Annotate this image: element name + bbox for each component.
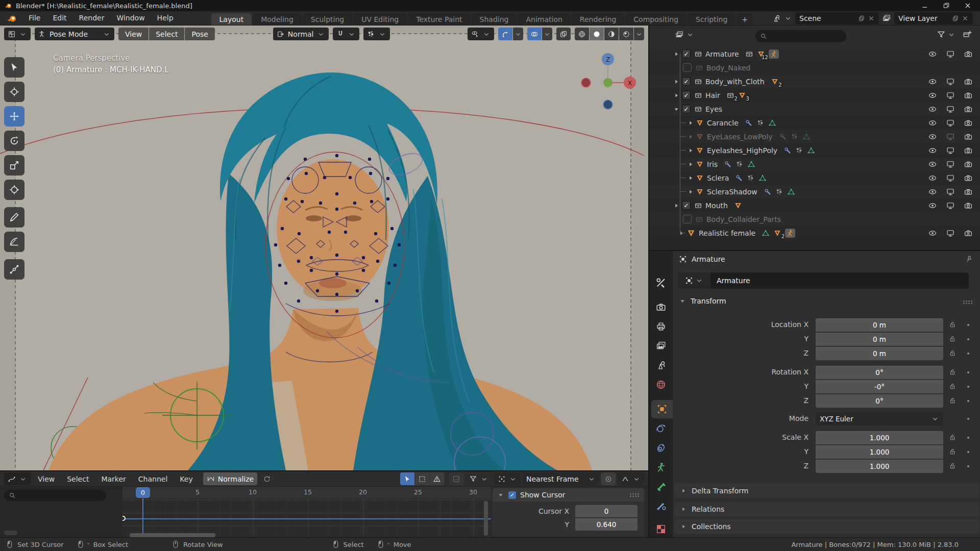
menu-edit[interactable]: Edit xyxy=(46,12,72,25)
expand-icon[interactable] xyxy=(687,147,694,154)
tab-bone[interactable] xyxy=(649,478,673,496)
disable-viewport-icon[interactable] xyxy=(946,105,955,114)
disable-viewport-icon[interactable] xyxy=(946,77,955,86)
outliner-item-label[interactable]: Iris xyxy=(707,160,718,168)
hide-viewport-eye-icon[interactable] xyxy=(928,132,937,141)
cursor-y-line[interactable] xyxy=(122,518,491,519)
proportional-editing-button[interactable] xyxy=(363,28,390,40)
cursor-y-field[interactable]: 0.640 xyxy=(575,518,638,531)
animate-dot-icon[interactable] xyxy=(965,434,972,441)
normalize-toggle[interactable]: Normalize xyxy=(203,472,258,485)
only-selected-toggle[interactable] xyxy=(400,472,414,485)
scale-y-field[interactable]: 1.000 xyxy=(816,445,943,459)
animate-dot-icon[interactable] xyxy=(965,397,972,405)
overlays-dropdown[interactable] xyxy=(542,28,552,40)
object-visibility-button[interactable] xyxy=(468,28,494,40)
scale-x-field[interactable]: 1.000 xyxy=(816,431,943,444)
mode-selector[interactable]: Pose Mode xyxy=(35,28,114,40)
collection-checkbox[interactable]: ✓ xyxy=(682,201,691,210)
new-scene-icon[interactable] xyxy=(858,15,865,22)
tool-cursor[interactable] xyxy=(4,82,24,102)
outliner-item-label[interactable]: Carancle xyxy=(707,119,739,127)
modifier-wrench-icon[interactable] xyxy=(735,174,743,182)
disable-render-icon[interactable] xyxy=(964,77,973,86)
animate-dot-icon[interactable] xyxy=(965,463,972,470)
disable-render-icon[interactable] xyxy=(964,146,973,155)
mesh-data-icon[interactable] xyxy=(768,119,776,127)
vertex-group-icon[interactable] xyxy=(791,133,799,141)
graph-area[interactable]: 5 10 15 20 25 30 0 xyxy=(122,487,491,538)
rotation-mode-dropdown[interactable]: XYZ Euler xyxy=(816,412,943,425)
shading-material-button[interactable] xyxy=(604,28,619,40)
outliner-item-label[interactable]: Hair xyxy=(705,91,720,99)
tab-layout[interactable]: Layout xyxy=(211,13,252,25)
scene-icon[interactable] xyxy=(772,14,781,23)
delta-transform-panel[interactable]: Delta Transform xyxy=(675,484,979,498)
outliner-row-eyes[interactable]: ✓ Eyes xyxy=(649,102,980,116)
hide-viewport-eye-icon[interactable] xyxy=(928,49,937,59)
lock-icon[interactable] xyxy=(948,320,957,329)
hide-viewport-eye-icon[interactable] xyxy=(928,187,937,196)
show-hidden-toggle[interactable] xyxy=(415,472,429,485)
expand-icon[interactable] xyxy=(673,78,680,85)
tab-world[interactable] xyxy=(649,375,673,394)
location-x-field[interactable]: 0 m xyxy=(816,318,943,332)
disable-render-icon[interactable] xyxy=(964,229,973,238)
relations-panel[interactable]: Relations xyxy=(675,502,979,516)
display-mode-button[interactable] xyxy=(675,30,694,39)
tab-scene[interactable] xyxy=(649,356,673,374)
mesh-icon[interactable] xyxy=(771,78,779,86)
collections-panel[interactable]: Collections xyxy=(675,519,979,534)
hide-viewport-eye-icon[interactable] xyxy=(928,105,937,114)
shading-solid-button[interactable] xyxy=(590,28,604,40)
tool-move[interactable] xyxy=(4,106,24,127)
outliner-item-label[interactable]: Sclera xyxy=(707,174,729,182)
disable-render-icon[interactable] xyxy=(964,160,973,169)
menu-help[interactable]: Help xyxy=(151,12,180,25)
vertex-group-icon[interactable] xyxy=(756,119,765,127)
lock-icon[interactable] xyxy=(948,462,957,470)
outliner-row-body-with-cloth[interactable]: ✓ Body_with_Cloth 2 xyxy=(649,74,980,88)
disable-viewport-icon[interactable] xyxy=(946,91,955,100)
key-falloff-button[interactable] xyxy=(618,472,644,485)
mesh-icon[interactable] xyxy=(738,91,746,99)
outliner-row-sclerashadow[interactable]: ScleraShadow xyxy=(649,185,980,198)
modifier-wrench-icon[interactable] xyxy=(724,160,732,168)
collapse-icon[interactable] xyxy=(673,106,680,113)
outliner-item-label[interactable]: Mouth xyxy=(705,202,728,210)
tab-view-layer[interactable] xyxy=(649,337,673,355)
menu-view[interactable]: View xyxy=(118,28,149,40)
expand-icon[interactable] xyxy=(687,188,694,195)
tab-rendering[interactable]: Rendering xyxy=(572,13,625,25)
horizontal-scrollbar[interactable] xyxy=(130,533,215,537)
view-layer-selector[interactable]: View Layer xyxy=(894,12,973,24)
menu-render[interactable]: Render xyxy=(73,12,111,25)
outliner-item-label[interactable]: Armature xyxy=(705,50,739,58)
hide-viewport-eye-icon[interactable] xyxy=(928,160,937,169)
collection-contents-icon[interactable] xyxy=(726,91,734,99)
object-name-input[interactable]: Armature xyxy=(710,272,969,289)
snapping-button[interactable] xyxy=(333,28,359,40)
collection-checkbox[interactable] xyxy=(683,63,692,72)
disable-render-icon[interactable] xyxy=(964,173,973,183)
mesh-data-icon[interactable] xyxy=(747,160,755,168)
lock-icon[interactable] xyxy=(948,396,957,405)
hide-viewport-eye-icon[interactable] xyxy=(928,91,937,100)
hide-viewport-eye-icon[interactable] xyxy=(928,173,937,183)
snap-dropdown[interactable]: Nearest Frame xyxy=(523,472,599,485)
tab-shading[interactable]: Shading xyxy=(472,13,517,25)
shading-rendered-button[interactable] xyxy=(619,28,633,40)
gizmo-dropdown[interactable] xyxy=(513,28,523,40)
modifier-wrench-icon[interactable] xyxy=(745,119,753,127)
tab-compositing[interactable]: Compositing xyxy=(625,13,687,25)
mesh-data-icon[interactable] xyxy=(802,133,811,141)
pivot-point-button[interactable] xyxy=(601,472,616,485)
tool-pose-breakdowner[interactable] xyxy=(4,259,24,280)
tool-transform[interactable] xyxy=(4,180,24,200)
armature-icon[interactable] xyxy=(786,229,794,237)
editor-type-button[interactable] xyxy=(4,28,31,40)
show-overlays-toggle[interactable] xyxy=(527,28,542,40)
outliner-item-label[interactable]: Eyelashes_HighPoly xyxy=(707,146,777,155)
window-minimize-icon[interactable] xyxy=(921,2,929,10)
add-workspace-button[interactable]: + xyxy=(737,13,753,25)
